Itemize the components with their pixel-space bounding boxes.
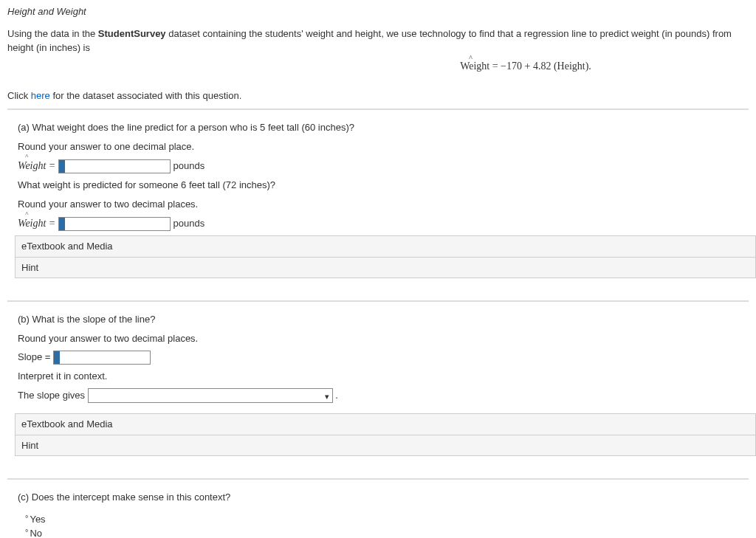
intro-dataset-name: StudentSurvey (98, 28, 166, 39)
intro-text: Using the data in the StudentSurvey data… (7, 27, 749, 55)
part-b-round: Round your answer to two decimal places. (18, 331, 749, 346)
part-a-round-1: Round your answer to one decimal place. (18, 139, 749, 154)
hint-accordion-b[interactable]: Hint (15, 435, 756, 457)
slope-label: Slope = (18, 351, 50, 362)
part-a-round-2: Round your answer to two decimal places. (18, 197, 749, 212)
radio-option-no[interactable]: °No (25, 526, 749, 538)
part-c-block: (c) Does the intercept make sense in thi… (7, 479, 749, 538)
weight-input-1[interactable] (58, 159, 171, 173)
slope-gives-label: The slope gives (18, 390, 85, 401)
equation-text: Weight = −170 + 4.82 (Height). (460, 61, 591, 72)
intro-pre: Using the data in the (7, 28, 98, 39)
input-handle-icon (59, 160, 65, 173)
weight-label-2: Weight = (18, 215, 55, 231)
slope-interpretation-select[interactable]: ▾ (88, 388, 333, 403)
unit-pounds-1: pounds (173, 160, 205, 171)
radio-icon: ° (25, 528, 28, 537)
regression-equation: Weight = −170 + 4.82 (Height). (7, 58, 749, 74)
radio-icon: ° (25, 514, 28, 523)
yes-label: Yes (30, 514, 45, 525)
weight-input-2[interactable] (58, 217, 171, 231)
no-label: No (30, 528, 42, 538)
slope-input[interactable] (53, 351, 151, 365)
hint-accordion-a[interactable]: Hint (15, 258, 756, 279)
part-a-question-2: What weight is predicted for someone 6 f… (18, 178, 749, 193)
part-b-block: (b) What is the slope of the line? Round… (7, 301, 749, 456)
page-title: Height and Weight (7, 4, 749, 19)
input-handle-icon (59, 218, 65, 230)
weight-label-1: Weight = (18, 158, 55, 173)
dataset-hint-pre: Click (7, 90, 31, 101)
dataset-hint-post: for the dataset associated with this que… (50, 90, 241, 101)
chevron-down-icon: ▾ (325, 390, 329, 403)
part-c-question: (c) Does the intercept make sense in thi… (18, 490, 749, 505)
part-a-question-1: (a) What weight does the line predict fo… (18, 120, 749, 135)
part-a-block: (a) What weight does the line predict fo… (7, 109, 749, 278)
etextbook-accordion-a[interactable]: eTextbook and Media (15, 235, 756, 258)
period: . (335, 390, 338, 401)
dataset-link[interactable]: here (31, 90, 50, 101)
interpret-label: Interpret it in context. (18, 369, 749, 384)
input-handle-icon (54, 351, 60, 364)
unit-pounds-2: pounds (173, 218, 205, 229)
dataset-hint: Click here for the dataset associated wi… (7, 89, 749, 103)
radio-option-yes[interactable]: °Yes (25, 512, 749, 527)
part-b-question: (b) What is the slope of the line? (18, 312, 749, 327)
etextbook-accordion-b[interactable]: eTextbook and Media (15, 413, 756, 435)
